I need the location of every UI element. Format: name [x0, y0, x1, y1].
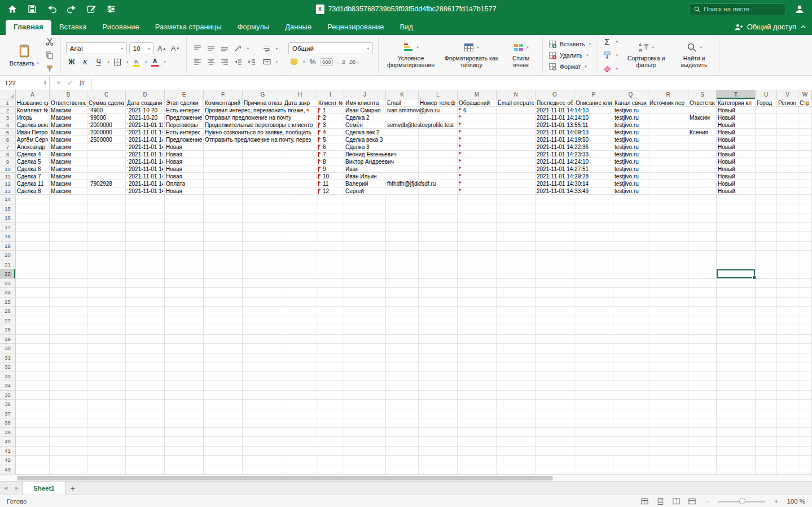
cell-N9[interactable]: [497, 158, 536, 165]
cell-S14[interactable]: [688, 195, 717, 204]
cell-Q12[interactable]: testjivo.ru: [613, 180, 648, 187]
cell-I18[interactable]: [317, 232, 344, 242]
cell-H14[interactable]: [283, 195, 317, 204]
delete-cells-button[interactable]: Удалить▾: [548, 51, 591, 60]
cell-D24[interactable]: [126, 288, 165, 298]
cell-E18[interactable]: [165, 232, 204, 242]
cell-W35[interactable]: [798, 391, 812, 400]
cell-J3[interactable]: Сделка 2: [344, 114, 419, 121]
cell-I38[interactable]: [317, 418, 344, 428]
cell-P36[interactable]: [574, 400, 613, 409]
cell-R18[interactable]: [648, 232, 688, 242]
cell-F6[interactable]: Отправить предложение на почту, перез: [204, 136, 317, 143]
cell-T7[interactable]: Новый: [717, 143, 756, 151]
cell-E38[interactable]: [165, 418, 204, 428]
row-header-5[interactable]: 5: [0, 129, 16, 136]
cell-I6[interactable]: 5: [317, 136, 344, 143]
cell-W26[interactable]: [798, 307, 812, 316]
column-header-E[interactable]: E: [165, 90, 204, 99]
clear-button[interactable]: [602, 63, 613, 75]
cell-U21[interactable]: [756, 260, 777, 270]
cell-O38[interactable]: [536, 418, 574, 428]
cell-O40[interactable]: [536, 437, 574, 447]
cell-F1[interactable]: Комментарий: [204, 99, 243, 107]
cell-Q41[interactable]: [613, 447, 648, 456]
cell-F40[interactable]: [204, 437, 243, 447]
cell-B24[interactable]: [50, 288, 87, 298]
cell-A12[interactable]: Сделка 11: [16, 180, 50, 187]
zoom-level[interactable]: 100 %: [787, 498, 805, 505]
cell-C20[interactable]: [87, 251, 126, 260]
cell-V11[interactable]: [777, 173, 798, 180]
cell-V33[interactable]: [777, 372, 798, 382]
cell-M1[interactable]: Обращений: [458, 99, 497, 107]
cell-G30[interactable]: [243, 344, 283, 353]
cell-V42[interactable]: [777, 456, 798, 465]
cell-K21[interactable]: [386, 260, 419, 270]
cell-F24[interactable]: [204, 288, 243, 298]
cell-K2[interactable]: ivan.smirnov@jivo.ru: [386, 107, 458, 114]
clear-dropdown[interactable]: ▾: [616, 67, 618, 71]
cell-L5[interactable]: [419, 129, 458, 136]
cell-P15[interactable]: [574, 204, 613, 214]
cell-P18[interactable]: [574, 232, 613, 242]
cell-H42[interactable]: [283, 456, 317, 465]
cell-E10[interactable]: Новая: [165, 165, 204, 173]
align-center-button[interactable]: [205, 56, 217, 68]
cell-F42[interactable]: [204, 456, 243, 465]
cell-L11[interactable]: [419, 173, 458, 180]
cell-V30[interactable]: [777, 344, 798, 353]
cell-U11[interactable]: [756, 173, 777, 180]
cell-O36[interactable]: [536, 400, 574, 409]
cell-A1[interactable]: Название сд: [16, 99, 50, 107]
column-header-J[interactable]: J: [344, 90, 386, 99]
number-format-select[interactable]: Общий▾: [288, 42, 373, 54]
add-sheet-button[interactable]: +: [65, 482, 80, 495]
cell-G27[interactable]: [243, 316, 283, 326]
cell-O25[interactable]: [536, 298, 574, 307]
cell-K32[interactable]: [386, 362, 419, 372]
cell-B4[interactable]: Максим: [50, 121, 87, 129]
cell-M43[interactable]: [458, 465, 497, 475]
cell-V4[interactable]: [777, 121, 798, 129]
cell-L38[interactable]: [419, 418, 458, 428]
cell-W28[interactable]: [798, 325, 812, 335]
cell-L16[interactable]: [419, 213, 458, 223]
cell-Q19[interactable]: [613, 242, 648, 251]
underline-dropdown[interactable]: ▾: [108, 60, 109, 64]
name-box[interactable]: T22 ▲▼: [0, 76, 50, 90]
cell-C1[interactable]: Сумма сделки: [87, 99, 126, 107]
view-page-layout-button[interactable]: [656, 497, 665, 506]
cell-U37[interactable]: [756, 409, 777, 419]
row-header-21[interactable]: 21: [0, 260, 16, 270]
cell-I32[interactable]: [317, 362, 344, 372]
cell-T6[interactable]: Новый: [717, 136, 756, 143]
cell-I4[interactable]: 3: [317, 121, 344, 129]
cell-R40[interactable]: [648, 437, 688, 447]
cell-D5[interactable]: ’2021-11-01 14: [126, 129, 165, 136]
cell-J21[interactable]: [344, 260, 386, 270]
cell-C41[interactable]: [87, 447, 126, 456]
cell-P41[interactable]: [574, 447, 613, 456]
cell-A23[interactable]: [16, 279, 50, 289]
column-header-S[interactable]: S: [688, 90, 717, 99]
cell-L27[interactable]: [419, 316, 458, 326]
cell-B21[interactable]: [50, 260, 87, 270]
cell-G14[interactable]: [243, 195, 283, 204]
cell-J19[interactable]: [344, 242, 386, 251]
cell-N43[interactable]: [497, 465, 536, 475]
cell-I35[interactable]: [317, 391, 344, 400]
cell-F34[interactable]: [204, 381, 243, 391]
cell-S9[interactable]: [688, 158, 717, 165]
cell-J29[interactable]: [344, 335, 386, 344]
cell-U12[interactable]: [756, 180, 777, 187]
formula-input[interactable]: [92, 76, 812, 90]
cell-C4[interactable]: ’2000000: [87, 121, 126, 129]
cell-Q26[interactable]: [613, 307, 648, 316]
cell-U19[interactable]: [756, 242, 777, 251]
cell-C27[interactable]: [87, 316, 126, 326]
cell-D13[interactable]: ’2021-11-01 14: [126, 187, 165, 195]
cell-R5[interactable]: [648, 129, 688, 136]
cell-M23[interactable]: [458, 279, 497, 289]
cell-B2[interactable]: Максим: [50, 107, 87, 114]
